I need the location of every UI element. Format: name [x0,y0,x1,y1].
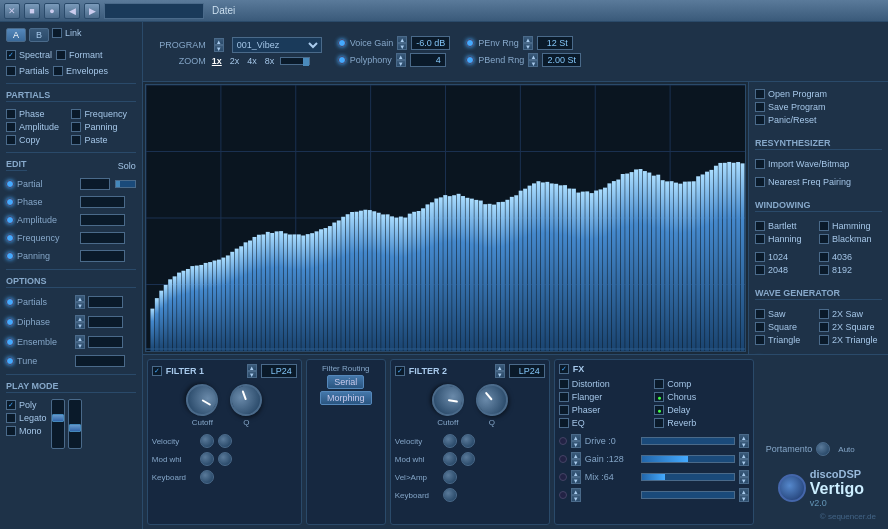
comp-checkbox[interactable] [654,379,664,389]
gain-bar[interactable] [641,455,735,463]
pbend-down[interactable]: ▼ [528,60,538,67]
diphase-input[interactable]: 0 [88,316,123,328]
f2-vel-knob1[interactable] [443,434,457,448]
filter1-enable[interactable] [152,366,162,376]
2xsaw-checkbox[interactable] [819,309,829,319]
f1-vel-knob1[interactable] [200,434,214,448]
filter2-q-knob[interactable] [469,377,514,422]
portamento-knob[interactable] [816,442,830,456]
open-prog-checkbox[interactable] [755,89,765,99]
zoom-4x[interactable]: 4x [245,56,259,66]
flanger-checkbox[interactable] [559,392,569,402]
size-8192-checkbox[interactable] [819,265,829,275]
menu-label[interactable]: Datei [212,5,235,16]
slider-track-1[interactable] [51,399,65,449]
nearest-freq-checkbox[interactable] [755,177,765,187]
saw-checkbox[interactable] [755,309,765,319]
square-checkbox[interactable] [755,322,765,332]
zoom-8x[interactable]: 8x [263,56,277,66]
mix-bar[interactable] [641,473,735,481]
filter1-cutoff-knob[interactable] [180,378,224,422]
partials-up[interactable]: ▲ [75,295,85,302]
distortion-checkbox[interactable] [559,379,569,389]
ensemble-input[interactable]: 0 [88,336,123,348]
gain-down2[interactable]: ▼ [739,459,749,466]
penv-down[interactable]: ▼ [523,43,533,50]
drive-up2[interactable]: ▲ [739,434,749,441]
fxe-up2[interactable]: ▲ [739,488,749,495]
frequency-checkbox[interactable] [71,109,81,119]
legato-checkbox[interactable] [6,413,16,423]
phase-input[interactable]: 0.0 [80,196,125,208]
tab-b[interactable]: B [29,28,49,42]
zoom-2x[interactable]: 2x [228,56,242,66]
f2-mod-knob2[interactable] [461,452,475,466]
vgain-up[interactable]: ▲ [397,36,407,43]
fxe-up[interactable]: ▲ [571,488,581,495]
gain-up2[interactable]: ▲ [739,452,749,459]
delay-checkbox[interactable]: ● [654,405,664,415]
drive-down[interactable]: ▼ [571,441,581,448]
slider-thumb-2[interactable] [69,424,81,432]
fxe-bar[interactable] [641,491,735,499]
stop-button[interactable]: ■ [24,3,40,19]
poly-checkbox[interactable] [6,400,16,410]
f2-up[interactable]: ▲ [495,364,505,371]
phase-checkbox[interactable] [6,109,16,119]
envelopes-checkbox[interactable] [53,66,63,76]
partials-down[interactable]: ▼ [75,302,85,309]
formant-checkbox[interactable] [56,50,66,60]
bartlett-checkbox[interactable] [755,221,765,231]
f1-down[interactable]: ▼ [247,371,257,378]
blackman-checkbox[interactable] [819,234,829,244]
triangle-checkbox[interactable] [755,335,765,345]
zoom-1x[interactable]: 1x [210,56,224,66]
program-down[interactable]: ▼ [214,45,224,52]
ensemble-spinner[interactable]: ▲ ▼ [75,335,85,349]
morphing-btn[interactable]: Morphing [320,391,372,405]
size-2048-checkbox[interactable] [755,265,765,275]
link-checkbox[interactable] [52,28,62,38]
penv-up[interactable]: ▲ [523,36,533,43]
f1-mod-knob1[interactable] [200,452,214,466]
f2-down[interactable]: ▼ [495,371,505,378]
mix-down[interactable]: ▼ [571,477,581,484]
fx-enable[interactable] [559,364,569,374]
diphase-spinner[interactable]: ▲ ▼ [75,315,85,329]
drive-bar[interactable] [641,437,735,445]
diphase-down[interactable]: ▼ [75,322,85,329]
fxe-down[interactable]: ▼ [571,495,581,502]
f2-vel-knob2[interactable] [461,434,475,448]
mix-up2[interactable]: ▲ [739,470,749,477]
rewind-button[interactable]: ◀ [64,3,80,19]
close-button[interactable]: ✕ [4,3,20,19]
mono-checkbox[interactable] [6,426,16,436]
filter2-cutoff-knob[interactable] [429,381,466,418]
pbend-up[interactable]: ▲ [528,53,538,60]
filter2-enable[interactable] [395,366,405,376]
save-prog-checkbox[interactable] [755,102,765,112]
2xtriangle-checkbox[interactable] [819,335,829,345]
spectral-checkbox[interactable] [6,50,16,60]
hanning-checkbox[interactable] [755,234,765,244]
panning-input[interactable]: 0.0% [80,250,125,262]
program-select[interactable]: 001_Vibez [232,37,322,53]
waveform-display[interactable] [145,84,746,352]
drive-up[interactable]: ▲ [571,434,581,441]
partials-spinner[interactable]: ▲ ▼ [75,295,85,309]
paste-checkbox[interactable] [71,135,81,145]
poly-up[interactable]: ▲ [396,53,406,60]
program-up[interactable]: ▲ [214,38,224,45]
record-button[interactable]: ● [44,3,60,19]
routing-serial-btn[interactable]: Serial [327,375,364,389]
hamming-checkbox[interactable] [819,221,829,231]
phaser-checkbox[interactable] [559,405,569,415]
partials-opt-input[interactable]: 135 [88,296,123,308]
partial-input[interactable]: 1 [80,178,110,190]
diphase-up[interactable]: ▲ [75,315,85,322]
panic-checkbox[interactable] [755,115,765,125]
eq-checkbox[interactable] [559,418,569,428]
fxe-down2[interactable]: ▼ [739,495,749,502]
size-4036-checkbox[interactable] [819,252,829,262]
amplitude-input[interactable]: 0.0 dB [80,214,125,226]
